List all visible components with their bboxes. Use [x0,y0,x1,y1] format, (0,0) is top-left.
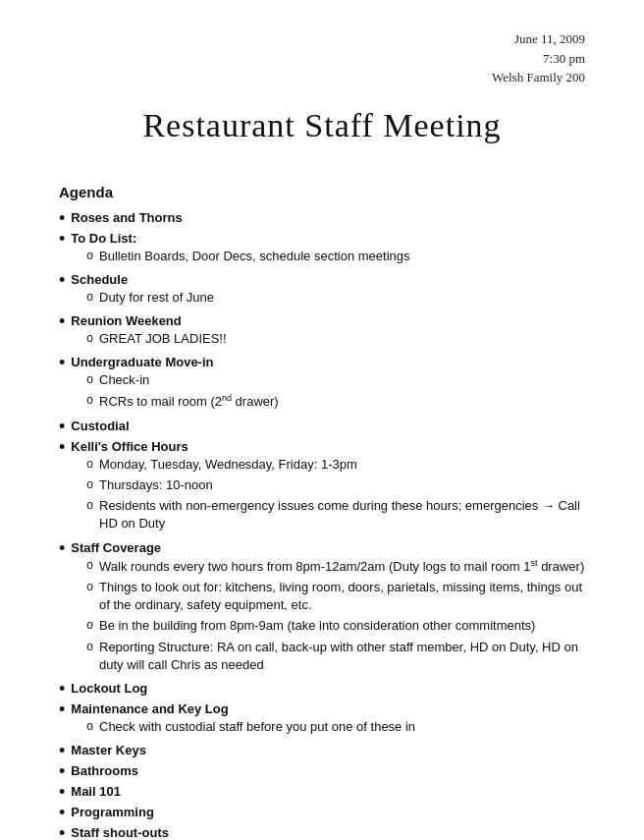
sub-bullet-icon: o [86,393,93,407]
sub-item-text: Duty for rest of June [99,289,585,307]
sub-list-item: o Things to look out for: kitchens, livi… [86,579,585,614]
sub-item-text: Things to look out for: kitchens, living… [99,579,585,614]
header-info: June 11, 2009 7:30 pm Welsh Family 200 [59,29,585,87]
sub-list-item: o RCRs to mail room (2nd drawer) [86,392,585,412]
page: June 11, 2009 7:30 pm Welsh Family 200 R… [0,0,644,840]
item-label: Lockout Log [71,681,147,696]
bullet-icon: • [59,700,65,718]
sub-item-text: GREAT JOB LADIES!! [99,330,585,348]
bullet-icon: • [59,742,65,759]
header-location: Welsh Family 200 [59,68,585,87]
sub-list-item: o Walk rounds every two hours from 8pm-1… [86,557,585,577]
sub-bullet-icon: o [86,498,93,512]
bullet-icon: • [59,271,65,289]
sub-item-text: Check-in [99,371,585,389]
bullet-icon: • [59,762,65,780]
item-label: Programming [71,805,154,819]
page-title: Restaurant Staff Meeting [59,107,585,144]
item-label: Bathrooms [71,763,138,778]
sub-list-item: o GREAT JOB LADIES!! [86,330,585,348]
sub-bullet-icon: o [86,719,93,733]
sub-bullet-icon: o [86,290,93,304]
sub-bullet-icon: o [86,618,93,632]
sub-list: o Bulletin Boards, Door Decs, schedule s… [86,248,585,265]
list-item: • Staff Coverage o Walk rounds every two… [59,540,585,677]
list-item: • Roses and Thorns [59,210,585,227]
bullet-icon: • [59,783,65,801]
sub-list: o Check with custodial staff before you … [86,718,585,736]
sub-bullet-icon: o [86,558,93,572]
sub-list-item: o Check with custodial staff before you … [86,718,585,736]
list-item: • Schedule o Duty for rest of June [59,272,585,309]
sub-list-item: o Duty for rest of June [86,289,585,307]
list-item: • Bathrooms [59,763,585,780]
bullet-icon: • [59,312,65,330]
bullet-icon: • [59,824,65,840]
sub-list: o GREAT JOB LADIES!! [86,330,585,348]
list-item: • Kelli's Office Hours o Monday, Tuesday… [59,439,585,536]
sub-bullet-icon: o [86,331,93,345]
sub-list: o Monday, Tuesday, Wednesday, Friday: 1-… [86,456,585,533]
list-item: • Lockout Log [59,681,585,698]
bullet-icon: • [59,209,65,227]
item-label: Reunion Weekend [71,313,181,328]
item-label: To Do List: [71,231,136,246]
bullet-icon: • [59,680,65,698]
sub-list-item: o Residents with non-emergency issues co… [86,497,585,532]
sub-bullet-icon: o [86,249,93,262]
item-label: Roses and Thorns [71,210,182,225]
bullet-icon: • [59,438,65,456]
item-label: Schedule [71,272,128,287]
sub-item-text: Reporting Structure: RA on call, back-up… [99,639,585,674]
sub-item-text: Bulletin Boards, Door Decs, schedule sec… [99,248,585,265]
list-item: • Reunion Weekend o GREAT JOB LADIES!! [59,313,585,351]
sub-list-item: o Be in the building from 8pm-9am (take … [86,617,585,635]
sub-list-item: o Check-in [86,371,585,389]
list-item: • Undergraduate Move-in o Check-in o RCR… [59,355,585,415]
item-label: Mail 101 [71,784,121,799]
bullet-icon: • [59,354,65,371]
bullet-icon: • [59,804,65,821]
bullet-icon: • [59,230,65,248]
item-label: Staff shout-outs [71,825,169,840]
sub-bullet-icon: o [86,640,93,653]
sub-list-item: o Reporting Structure: RA on call, back-… [86,639,585,674]
sub-bullet-icon: o [86,580,93,593]
sub-item-text: Check with custodial staff before you pu… [99,718,585,736]
header-time: 7:30 pm [59,49,585,69]
bullet-icon: • [59,539,65,557]
list-item: • To Do List: o Bulletin Boards, Door De… [59,231,585,268]
list-item: • Mail 101 [59,784,585,801]
sub-item-text: Residents with non-emergency issues come… [99,497,585,532]
sub-bullet-icon: o [86,477,93,491]
item-label: Maintenance and Key Log [71,701,228,716]
sub-item-text: Monday, Tuesday, Wednesday, Friday: 1-3p… [99,456,585,474]
sub-list-item: o Thursdays: 10-noon [86,476,585,494]
agenda-label: Agenda [59,184,585,200]
sub-item-text: Thursdays: 10-noon [99,476,585,494]
list-item: • Programming [59,805,585,821]
sub-list-item: o Monday, Tuesday, Wednesday, Friday: 1-… [86,456,585,474]
item-label: Kelli's Office Hours [71,439,188,454]
list-item: • Master Keys [59,743,585,759]
bullet-icon: • [59,418,65,435]
sub-list: o Duty for rest of June [86,289,585,307]
sub-list: o Check-in o RCRs to mail room (2nd draw… [86,371,585,412]
sub-item-text: RCRs to mail room (2nd drawer) [99,392,585,412]
item-label: Staff Coverage [71,540,161,555]
list-item: • Maintenance and Key Log o Check with c… [59,701,585,739]
sub-bullet-icon: o [86,372,93,386]
sub-bullet-icon: o [86,457,93,471]
list-item: • Custodial [59,419,585,435]
item-label: Master Keys [71,743,146,757]
sub-list: o Walk rounds every two hours from 8pm-1… [86,557,585,674]
sub-item-text: Walk rounds every two hours from 8pm-12a… [99,557,585,577]
agenda-list: • Roses and Thorns • To Do List: o Bulle… [59,210,585,841]
sub-item-text: Be in the building from 8pm-9am (take in… [99,617,585,635]
item-label: Custodial [71,419,129,433]
item-label: Undergraduate Move-in [71,355,213,369]
sub-list-item: o Bulletin Boards, Door Decs, schedule s… [86,248,585,265]
header-date: June 11, 2009 [59,29,585,49]
list-item: • Staff shout-outs [59,825,585,840]
